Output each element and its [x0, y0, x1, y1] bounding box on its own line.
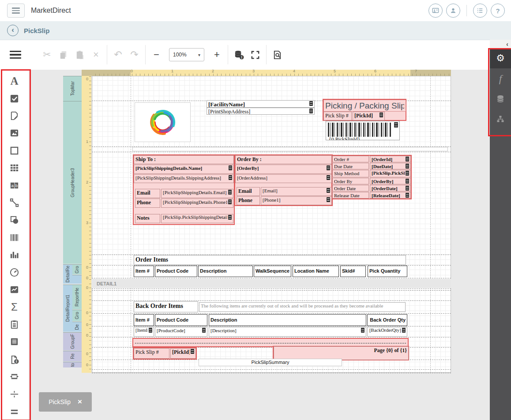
properties-panel-button[interactable]: ⚙ — [490, 48, 511, 68]
report-field[interactable]: [OrderBy] — [370, 178, 411, 184]
barcode-element[interactable]: {0.PickSlipId} — [326, 121, 400, 140]
picture-tool[interactable] — [0, 124, 29, 142]
document-tab-pickslip[interactable]: PickSlip × — [39, 392, 92, 412]
clipboard-tool[interactable] — [0, 316, 29, 333]
pick-slip-label[interactable]: Pick Slip # — [323, 112, 352, 120]
label-tool[interactable]: A — [0, 72, 29, 90]
back-order-note[interactable]: The following items are currently out of… — [199, 302, 406, 312]
collapse-panel-icon[interactable]: ‹ — [506, 41, 508, 48]
report-field[interactable]: [DueDate] — [370, 163, 411, 169]
report-field[interactable]: [Phone1] — [261, 196, 332, 205]
report-field[interactable]: Back Order Qty — [367, 314, 407, 326]
order-items-title[interactable]: Order Items — [134, 255, 406, 265]
rich-text-tool[interactable] — [0, 107, 29, 124]
report-field[interactable]: Phone — [135, 199, 160, 208]
report-field[interactable]: Order Date — [332, 185, 369, 191]
table-tool[interactable] — [0, 159, 29, 176]
character-comb-tool[interactable]: ab — [0, 176, 29, 194]
report-field[interactable]: [OrderDate] — [370, 185, 411, 191]
report-field[interactable]: Order By — [332, 178, 369, 184]
report-field[interactable]: Item # — [134, 314, 154, 326]
tab-close-icon[interactable]: × — [78, 398, 82, 406]
band-DetailRe[interactable]: DetailRe — [63, 264, 72, 284]
report-field[interactable]: Pick Quantity — [368, 266, 407, 277]
report-field[interactable]: [OrderId] — [370, 156, 411, 162]
report-field[interactable]: Notes — [135, 214, 160, 223]
hamburger-menu-button[interactable] — [7, 4, 25, 18]
zoom-select[interactable]: 100%▾ — [169, 48, 204, 61]
report-field[interactable]: Order # — [332, 156, 369, 162]
band-Gro[interactable]: Gro — [72, 264, 82, 274]
report-field[interactable]: [PickSlipShippingDetails.Name] — [134, 165, 234, 174]
zoom-out-button[interactable]: − — [148, 45, 165, 64]
barcode-tool[interactable] — [0, 229, 29, 246]
report-field[interactable]: [PickId] — [170, 348, 196, 359]
report-field[interactable]: [PickSlipShippingDetails.Phone1] — [161, 199, 233, 208]
report-tree-panel-button[interactable] — [490, 109, 511, 129]
gauge-tool[interactable] — [0, 263, 29, 281]
report-field[interactable]: Email — [237, 187, 260, 196]
table-of-contents-tool[interactable] — [0, 403, 29, 420]
report-field[interactable]: Product Code — [155, 314, 207, 326]
report-field[interactable]: [ReleaseDate] — [370, 192, 411, 199]
page-info-tool[interactable]: i — [0, 351, 29, 368]
fullscreen-button[interactable] — [247, 45, 263, 64]
report-field[interactable]: [PickSlip.PickSlipShippingDetails.S — [370, 170, 411, 177]
report-field[interactable]: WalkSequence — [254, 266, 291, 277]
report-field[interactable]: Item # — [134, 266, 154, 277]
logo-image[interactable] — [135, 102, 191, 142]
spacer-box[interactable] — [132, 147, 448, 151]
pick-id-field[interactable]: [PickId] — [353, 112, 385, 120]
checkbox-tool[interactable] — [0, 90, 29, 107]
report-field[interactable]: [Email] — [261, 187, 332, 196]
back-order-title[interactable]: Back Order Items — [134, 301, 198, 312]
preview-button[interactable] — [269, 45, 286, 64]
page-number-field[interactable]: Page {0} of {1} — [274, 346, 409, 360]
printshop-address-field[interactable]: [PrintShopAddress] — [207, 108, 315, 115]
band-Re[interactable]: Re — [63, 351, 82, 361]
horizontal-line-tool[interactable] — [0, 385, 29, 402]
report-field[interactable]: [PickSlipShippingDetails.ShippingAddress… — [134, 174, 234, 183]
summary-label[interactable]: PickSlipSummary — [199, 359, 342, 366]
report-field[interactable]: [OrderBy] — [235, 165, 332, 174]
band-GroupHeader3[interactable]: GroupHeader3 — [63, 101, 82, 264]
data-source-button[interactable]: ! — [231, 45, 247, 64]
report-field[interactable]: Description — [209, 314, 366, 326]
back-button[interactable]: ‹ — [7, 25, 19, 36]
report-field[interactable]: [BackOrderQty] — [367, 327, 407, 337]
facility-name-field[interactable]: [FacilityName] — [207, 100, 315, 108]
band-Gro[interactable]: Gro — [72, 310, 82, 321]
menu-list-button[interactable] — [473, 4, 487, 18]
shape-tool[interactable] — [0, 211, 29, 229]
detail-band-bar[interactable]: DETAIL1 — [92, 279, 451, 288]
band-ReportHe[interactable]: ReportHe — [72, 285, 82, 309]
band-GroupF[interactable]: GroupF — [63, 332, 82, 350]
report-field[interactable]: Due Date — [332, 163, 369, 169]
report-field[interactable]: Ship Method — [332, 170, 369, 177]
report-field[interactable]: Release Date — [332, 192, 369, 199]
help-button[interactable]: ? — [491, 4, 505, 18]
user-button[interactable] — [446, 4, 460, 18]
report-field[interactable]: Ship To : — [134, 155, 234, 164]
report-field[interactable]: Skid# — [340, 266, 366, 277]
band-blank[interactable] — [72, 275, 82, 284]
panel-tool[interactable] — [0, 142, 29, 159]
report-field[interactable]: Phone — [237, 196, 260, 205]
zoom-in-button[interactable]: + — [209, 45, 225, 64]
page-break-tool[interactable] — [0, 368, 29, 385]
dictionary-panel-button[interactable] — [490, 89, 511, 109]
screen-share-button[interactable] — [428, 4, 443, 18]
report-field[interactable]: Description — [198, 266, 253, 277]
band-TopMar[interactable]: TopMar — [63, 76, 82, 101]
summary-tool[interactable]: Σ — [0, 298, 29, 315]
report-field[interactable]: Email — [135, 189, 160, 198]
sparkline-tool[interactable] — [0, 281, 29, 298]
chart-tool[interactable] — [0, 246, 29, 263]
report-field[interactable]: [PickSlip.PickSlipShippingDetails.Delive… — [161, 214, 233, 223]
band-DetailReport1[interactable]: DetailReport1 — [63, 285, 72, 332]
band-De[interactable]: De — [72, 322, 82, 332]
report-title-field[interactable]: Picking / Packing Slip — [323, 100, 406, 112]
report-field[interactable]: Location Name — [293, 266, 339, 277]
report-field[interactable]: Pick Slip # — [134, 348, 169, 359]
report-field[interactable]: [OrderAddress] — [235, 174, 332, 183]
